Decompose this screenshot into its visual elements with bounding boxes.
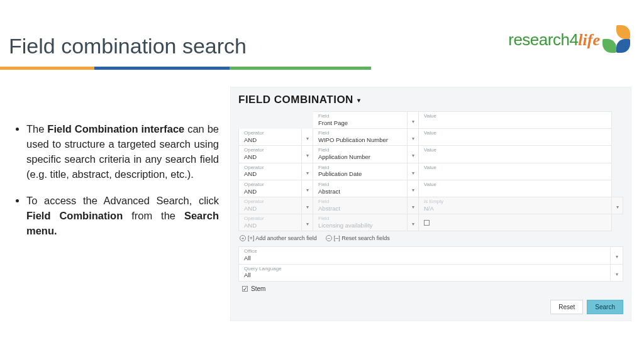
stem-checkbox[interactable]: Stem	[238, 282, 623, 295]
isempty-dd: ▾	[612, 197, 623, 214]
accent-stripe-green	[230, 67, 371, 70]
operator-dd[interactable]: ▾	[302, 163, 313, 180]
field-select[interactable]: Field Front Page	[313, 112, 408, 129]
field-dd[interactable]: ▾	[408, 146, 419, 163]
value-input[interactable]: Value	[419, 163, 612, 180]
field-select[interactable]: Field Abstract	[313, 180, 408, 197]
search-row: Operator AND ▾ Field Publication Date ▾ …	[239, 163, 623, 180]
field-dd: ▾	[408, 214, 419, 231]
search-row: Operator AND ▾ Field Application Number …	[239, 146, 623, 163]
field-select: Field Abstract	[313, 197, 408, 214]
brand-logo: research4life	[508, 25, 631, 54]
operator-select: Operator AND	[239, 214, 302, 231]
screenshot-panel: FIELD COMBINATION ▾ Field Front Page ▾	[230, 87, 631, 321]
operator-dd: ▾	[302, 197, 313, 214]
chevron-down-icon: ▾	[306, 221, 309, 227]
field-dd[interactable]: ▾	[408, 112, 419, 129]
operator-select[interactable]: Operator AND	[239, 163, 302, 180]
value-checkbox	[419, 214, 612, 231]
field-select: Field Licensing availability	[313, 214, 408, 231]
chevron-down-icon: ▾	[616, 272, 618, 277]
text-column: The Field Combination interface can be u…	[13, 87, 219, 349]
chevron-down-icon: ▾	[412, 136, 414, 141]
row-toolbar: +[+] Add another search field −[–] Reset…	[238, 231, 623, 245]
field-dd[interactable]: ▾	[408, 163, 419, 180]
accent-stripe-blue	[94, 67, 230, 70]
operator-select[interactable]: Operator AND	[239, 146, 302, 163]
value-input[interactable]: Value	[419, 180, 612, 197]
reset-rows-button[interactable]: −[–] Reset search fields	[326, 235, 390, 241]
chevron-down-icon: ▾	[412, 187, 414, 193]
chevron-down-icon: ▾	[412, 119, 414, 124]
office-select[interactable]: Office All	[239, 247, 611, 264]
search-row: Operator AND ▾ Field Abstract ▾ Is Empty…	[239, 197, 623, 214]
chevron-down-icon: ▾	[412, 170, 414, 176]
value-input[interactable]: Value	[419, 146, 612, 163]
search-rows: Field Front Page ▾ Value Operator	[238, 111, 623, 231]
search-row: Operator AND ▾ Field Licensing availabil…	[239, 214, 623, 231]
operator-select[interactable]: Operator AND	[239, 129, 302, 146]
bullet-2: To access the Advanced Search, click Fie…	[26, 194, 219, 239]
chevron-down-icon: ▾	[357, 97, 361, 104]
search-row: Operator AND ▾ Field WIPO Publication Nu…	[239, 129, 623, 146]
operator-dd: ▾	[302, 214, 313, 231]
operator-dd[interactable]: ▾	[302, 129, 313, 146]
chevron-down-icon: ▾	[412, 221, 414, 227]
operator-cell	[239, 112, 302, 129]
add-row-button[interactable]: +[+] Add another search field	[240, 235, 317, 241]
chevron-down-icon: ▾	[306, 136, 309, 141]
chevron-down-icon: ▾	[306, 204, 309, 210]
field-select[interactable]: Field Publication Date	[313, 163, 408, 180]
chevron-down-icon: ▾	[306, 170, 309, 176]
bullet-1: The Field Combination interface can be u…	[26, 122, 219, 182]
field-dd: ▾	[408, 197, 419, 214]
chevron-down-icon: ▾	[412, 204, 414, 210]
operator-dd[interactable]: ▾	[302, 146, 313, 163]
accent-stripe-orange	[0, 67, 94, 70]
value-input[interactable]: Value	[419, 112, 612, 129]
operator-select[interactable]: Operator AND	[239, 180, 302, 197]
page-title: Field combination search	[9, 34, 247, 58]
qlang-dd[interactable]: ▾	[611, 264, 623, 281]
isempty-select: Is Empty N/A	[419, 197, 612, 214]
operator-dd	[302, 112, 313, 129]
chevron-down-icon: ▾	[412, 153, 414, 158]
chevron-down-icon: ▾	[306, 153, 309, 158]
logo-mark-icon	[602, 25, 631, 54]
checkbox-checked-icon	[242, 286, 248, 292]
search-button[interactable]: Search	[587, 300, 623, 314]
logo-text-life: life	[578, 31, 600, 49]
query-language-select[interactable]: Query Language All	[239, 264, 611, 281]
field-dd[interactable]: ▾	[408, 180, 419, 197]
operator-dd[interactable]: ▾	[302, 180, 313, 197]
search-row: Operator AND ▾ Field Abstract ▾ Value	[239, 180, 623, 197]
logo-text-research4: research4	[508, 30, 578, 49]
search-row: Field Front Page ▾ Value	[239, 112, 623, 129]
operator-select: Operator AND	[239, 197, 302, 214]
panel-title[interactable]: FIELD COMBINATION ▾	[238, 94, 623, 106]
field-dd[interactable]: ▾	[408, 129, 419, 146]
chevron-down-icon: ▾	[616, 204, 619, 210]
chevron-down-icon: ▾	[306, 187, 309, 193]
value-input[interactable]: Value	[419, 129, 612, 146]
field-select[interactable]: Field WIPO Publication Number	[313, 129, 408, 146]
chevron-down-icon: ▾	[616, 254, 618, 260]
reset-button[interactable]: Reset	[550, 300, 583, 314]
office-dd[interactable]: ▾	[611, 247, 623, 264]
checkbox-icon	[424, 220, 430, 226]
field-select[interactable]: Field Application Number	[313, 146, 408, 163]
